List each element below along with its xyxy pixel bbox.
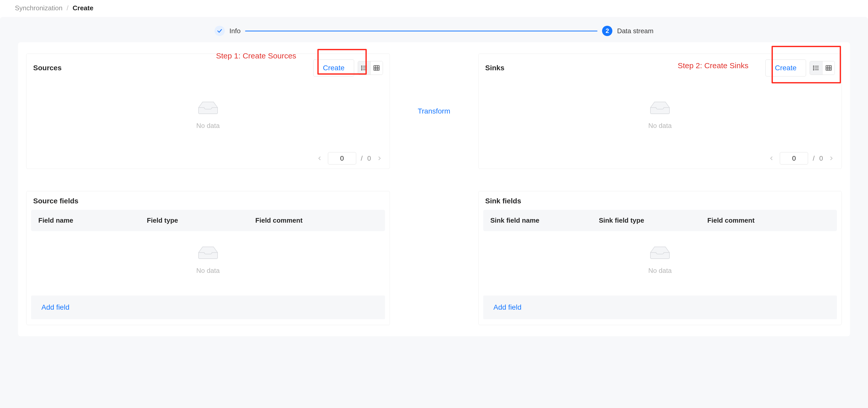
source-fields-empty: No data xyxy=(27,231,390,288)
svg-point-5 xyxy=(361,69,362,70)
inbox-icon xyxy=(649,99,671,117)
svg-rect-6 xyxy=(374,66,379,70)
sources-empty-state: No data xyxy=(28,81,389,148)
create-sink-button[interactable]: Create xyxy=(765,59,806,77)
step-info[interactable]: Info xyxy=(215,26,241,36)
sinks-page-total: 0 xyxy=(819,154,823,163)
sinks-page-input[interactable] xyxy=(780,152,808,165)
inbox-icon xyxy=(197,99,219,117)
step-data-stream-label: Data stream xyxy=(617,27,653,35)
step-info-label: Info xyxy=(229,27,241,35)
chevron-left-icon[interactable] xyxy=(768,155,775,162)
grid-view-icon[interactable] xyxy=(822,61,835,75)
chevron-left-icon[interactable] xyxy=(316,155,323,162)
list-view-icon[interactable] xyxy=(358,61,370,75)
main-content: Sources Create xyxy=(18,42,850,337)
table-header: Field name Field type Field comment xyxy=(31,210,385,231)
wizard-stepper: Info 2 Data stream xyxy=(0,26,868,42)
source-fields-add-bar: Add field xyxy=(31,295,385,319)
annotation-step2: Step 2: Create Sinks xyxy=(678,61,748,70)
inbox-icon xyxy=(197,244,219,262)
sink-fields-panel: Sink fields Sink field name Sink field t… xyxy=(478,191,842,325)
sink-fields-empty: No data xyxy=(478,231,842,288)
svg-point-4 xyxy=(361,68,362,68)
check-icon xyxy=(215,26,225,36)
create-source-button[interactable]: Create xyxy=(313,59,354,77)
col-field-comment: Field comment xyxy=(700,210,837,231)
list-view-icon[interactable] xyxy=(810,61,822,75)
sink-fields-add-bar: Add field xyxy=(483,295,837,319)
table-header: Sink field name Sink field type Field co… xyxy=(483,210,837,231)
grid-view-icon[interactable] xyxy=(370,61,383,75)
pagination-separator: / xyxy=(813,154,814,163)
breadcrumb: Synchronization / Create xyxy=(15,4,93,12)
annotation-step1: Step 1: Create Sources xyxy=(216,52,296,60)
sinks-panel: Sinks Create xyxy=(478,54,842,169)
breadcrumb-root[interactable]: Synchronization xyxy=(15,4,62,12)
step-number-badge: 2 xyxy=(602,26,612,36)
svg-point-16 xyxy=(813,69,814,70)
inbox-icon xyxy=(649,244,671,262)
col-sink-field-name: Sink field name xyxy=(483,210,592,231)
breadcrumb-current: Create xyxy=(72,4,93,12)
sinks-title: Sinks xyxy=(485,64,505,72)
sources-pagination: / 0 xyxy=(28,148,389,169)
sinks-view-toggle xyxy=(810,61,835,75)
col-field-name: Field name xyxy=(31,210,140,231)
sources-panel: Sources Create xyxy=(26,54,390,169)
chevron-right-icon[interactable] xyxy=(376,155,383,162)
source-fields-panel: Source fields Field name Field type Fiel… xyxy=(26,191,390,325)
sink-fields-table: Sink field name Sink field type Field co… xyxy=(483,210,837,231)
sources-title: Sources xyxy=(33,64,62,72)
transform-link[interactable]: Transform xyxy=(418,107,450,115)
source-fields-title: Source fields xyxy=(33,197,79,205)
sinks-empty-state: No data xyxy=(479,81,841,148)
sources-page-total: 0 xyxy=(367,154,371,163)
svg-point-15 xyxy=(813,68,814,68)
breadcrumb-separator: / xyxy=(67,4,68,12)
chevron-right-icon[interactable] xyxy=(828,155,835,162)
sources-empty-text: No data xyxy=(196,122,220,130)
sinks-pagination: / 0 xyxy=(479,148,841,169)
add-source-field-button[interactable]: Add field xyxy=(41,303,69,311)
sources-view-toggle xyxy=(358,61,383,75)
step-data-stream[interactable]: 2 Data stream xyxy=(602,26,653,36)
sinks-empty-text: No data xyxy=(648,122,672,130)
svg-rect-17 xyxy=(826,66,831,70)
sink-fields-title: Sink fields xyxy=(485,197,521,205)
step-connector xyxy=(245,31,597,31)
sink-fields-empty-text: No data xyxy=(648,267,672,275)
col-field-type: Field type xyxy=(140,210,248,231)
svg-point-3 xyxy=(361,66,362,67)
source-fields-empty-text: No data xyxy=(196,267,220,275)
source-fields-table: Field name Field type Field comment xyxy=(31,210,385,231)
col-field-comment: Field comment xyxy=(248,210,385,231)
pagination-separator: / xyxy=(361,154,363,163)
sources-page-input[interactable] xyxy=(328,152,356,165)
col-sink-field-type: Sink field type xyxy=(591,210,700,231)
add-sink-field-button[interactable]: Add field xyxy=(494,303,522,311)
svg-point-14 xyxy=(813,66,814,67)
